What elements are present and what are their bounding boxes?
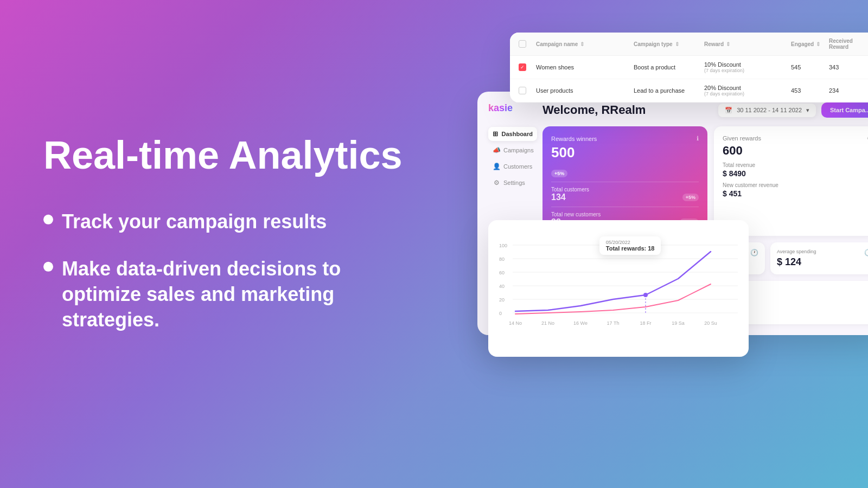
- row1-type: Boost a product: [634, 64, 704, 70]
- col-received[interactable]: Received Reward ⇕: [829, 38, 868, 50]
- col-campaign-type[interactable]: Campaign type ⇕: [634, 38, 704, 50]
- x-label-21no: 21 No: [541, 320, 554, 326]
- rewards-winners-card: Rewards winners ℹ 500 +5% Total customer…: [542, 126, 707, 236]
- total-customers-row: Total customers: [551, 187, 699, 192]
- row2-received: 234: [829, 87, 868, 94]
- megaphone-icon: 📣: [493, 146, 500, 154]
- row2-name: User products: [536, 87, 634, 94]
- logo-text: kasie: [488, 102, 513, 114]
- total-revenue-label: Total revenue: [723, 162, 868, 168]
- rewards-card-title: Rewards winners ℹ: [551, 135, 699, 142]
- row2-type: Lead to a purchase: [634, 87, 704, 94]
- rewards-badge: +5%: [551, 170, 567, 177]
- col-campaign-name[interactable]: Campaign name ⇕: [536, 38, 634, 50]
- y-label-100: 100: [499, 243, 507, 248]
- tooltip-date: 05/20/2022: [606, 240, 655, 245]
- checkbox-empty-icon: [519, 87, 526, 94]
- main-title: Real-time Analytics: [43, 134, 412, 177]
- col-engaged[interactable]: Engaged ⇕: [791, 38, 829, 50]
- table-header: Campaign name ⇕ Campaign type ⇕ Reward ⇕…: [510, 33, 868, 56]
- sidebar-item-label: Dashboard: [502, 131, 533, 137]
- chevron-down-icon: ▾: [806, 107, 809, 114]
- welcome-heading: Welcome, RRealm: [542, 103, 646, 117]
- sidebar-item-label: Customers: [503, 163, 532, 170]
- row2-engaged: 453: [791, 87, 829, 94]
- grid-icon: ⊞: [493, 130, 499, 138]
- total-revenue-value: $ 8490: [723, 169, 868, 178]
- clock-icon-2: 🕐: [750, 249, 758, 256]
- row1-checkbox[interactable]: ✓: [519, 63, 536, 71]
- given-rewards-title: Given rewards €: [723, 135, 868, 142]
- date-range-text: 30 11 2022 - 14 11 2022: [737, 107, 802, 113]
- checkbox-checked-icon: ✓: [519, 63, 526, 71]
- row1-name: Women shoes: [536, 64, 634, 70]
- customers-badge: +5%: [682, 194, 699, 201]
- y-label-20: 20: [499, 297, 505, 303]
- rewards-winners-label: Rewards winners: [551, 136, 597, 142]
- users-icon: 👤: [493, 163, 500, 170]
- stats-grid: Rewards winners ℹ 500 +5% Total customer…: [542, 126, 868, 236]
- hero-section: Real-time Analytics Track your campaign …: [43, 134, 412, 354]
- x-label-18fr: 18 Fr: [640, 320, 651, 326]
- sidebar-logo: kasie: [488, 102, 537, 114]
- header-checkbox[interactable]: [519, 40, 526, 48]
- gear-icon: ⚙: [493, 179, 500, 187]
- bullet-dot-2: [43, 262, 53, 272]
- sidebar-item-dashboard[interactable]: ⊞ Dashboard: [488, 127, 537, 141]
- total-customers-value-row: 134 +5%: [551, 192, 699, 202]
- new-customer-revenue-value: $ 451: [723, 189, 868, 198]
- row1-received: 343: [829, 64, 868, 70]
- y-label-0: 0: [499, 311, 502, 316]
- given-rewards-card: Given rewards € 600 Total revenue $ 8490…: [714, 126, 868, 236]
- row2-reward: 20% Discount (7 days expiration): [704, 85, 791, 97]
- tooltip-label: Total rewards: 18: [606, 245, 655, 252]
- bullet-list: Track your campaign results Make data-dr…: [43, 209, 412, 332]
- y-label-40: 40: [499, 284, 505, 289]
- y-label-60: 60: [499, 270, 505, 275]
- chart-tooltip: 05/20/2022 Total rewards: 18: [599, 236, 661, 255]
- clock-icon-3: 🕐: [864, 249, 868, 256]
- avg-spending-card: Average spending $ 124 🕐: [770, 242, 868, 274]
- avg-spending-value: $ 124: [777, 256, 801, 267]
- x-label-16we: 16 We: [573, 320, 588, 326]
- dashboard-container: Campaign name ⇕ Campaign type ⇕ Reward ⇕…: [477, 33, 868, 335]
- info-icon: ℹ: [697, 135, 699, 142]
- x-label-19sa: 19 Sa: [672, 320, 685, 326]
- x-label-17th: 17 Th: [607, 320, 620, 326]
- table-row: ✓ Women shoes Boost a product 10% Discou…: [510, 56, 868, 79]
- start-campaign-button[interactable]: Start Campa...: [821, 102, 868, 118]
- sidebar-item-customers[interactable]: 👤 Customers: [488, 159, 537, 174]
- row1-reward: 10% Discount (7 days expiration): [704, 61, 791, 73]
- avg-spending-title: Average spending: [777, 249, 816, 254]
- campaigns-table-card: Campaign name ⇕ Campaign type ⇕ Reward ⇕…: [510, 33, 868, 102]
- given-rewards-value: 600: [723, 144, 868, 158]
- y-label-80: 80: [499, 256, 505, 262]
- sidebar-item-campaigns[interactable]: 📣 Campaigns: [488, 143, 537, 157]
- x-label-20su: 20 Su: [704, 320, 717, 326]
- col-check: [519, 38, 536, 50]
- dashboard-header: Welcome, RRealm 📅 30 11 2022 - 14 11 202…: [542, 102, 868, 118]
- sidebar-item-settings[interactable]: ⚙ Settings: [488, 176, 537, 190]
- rewards-winners-value: 500: [551, 144, 699, 161]
- table-row: User products Lead to a purchase 20% Dis…: [510, 79, 868, 102]
- bullet-item-1: Track your campaign results: [43, 209, 412, 235]
- bullet-dot-1: [43, 215, 53, 224]
- bullet-item-2: Make data-driven decisions to optimize s…: [43, 256, 412, 332]
- col-reward[interactable]: Reward ⇕: [704, 38, 791, 50]
- calendar-icon: 📅: [725, 107, 732, 114]
- row2-checkbox[interactable]: [519, 87, 536, 94]
- new-customers-row: Total new customers: [551, 211, 699, 217]
- row1-engaged: 545: [791, 64, 829, 70]
- new-customer-revenue-label: New customer revenue: [723, 182, 868, 188]
- sidebar-item-label: Settings: [503, 179, 525, 186]
- chart-overlay: 05/20/2022 Total rewards: 18 100 80 60 4…: [488, 220, 749, 357]
- x-label-14no: 14 No: [509, 320, 522, 326]
- date-range-selector[interactable]: 📅 30 11 2022 - 14 11 2022 ▾: [718, 104, 816, 117]
- sidebar-item-label: Campaigns: [503, 147, 534, 153]
